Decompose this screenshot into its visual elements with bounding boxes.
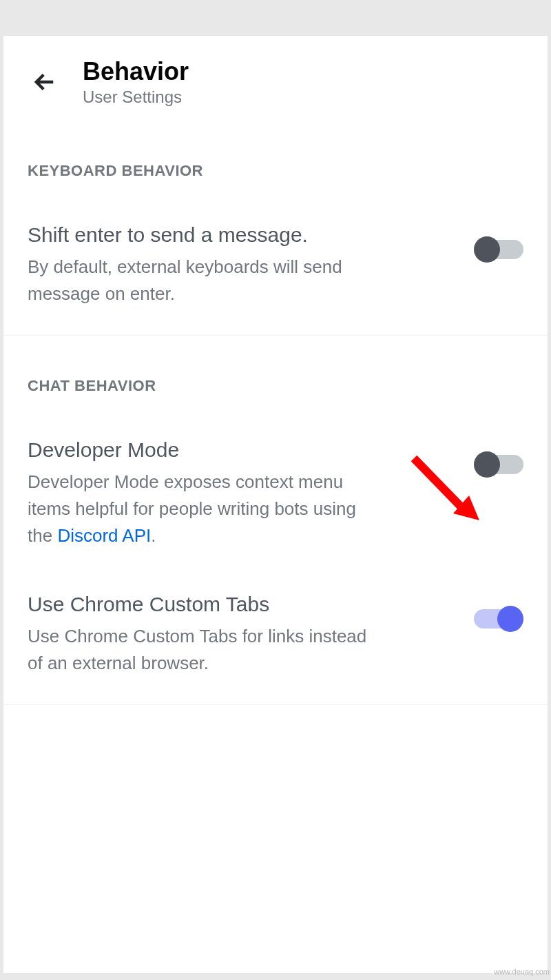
toggle-thumb: [474, 236, 500, 263]
setting-text: Developer Mode Developer Mode exposes co…: [28, 436, 386, 549]
page-subtitle: User Settings: [83, 88, 189, 107]
developer-mode-setting: Developer Mode Developer Mode exposes co…: [28, 416, 523, 570]
watermark: www.deuaq.com: [494, 968, 550, 976]
setting-description: Developer Mode exposes context menu item…: [28, 469, 386, 549]
chrome-tabs-toggle[interactable]: [474, 606, 523, 632]
toggle-thumb: [474, 451, 500, 478]
setting-text: Use Chrome Custom Tabs Use Chrome Custom…: [28, 591, 386, 677]
keyboard-behavior-section: KEYBOARD BEHAVIOR Shift enter to send a …: [3, 121, 548, 328]
shift-enter-setting: Shift enter to send a message. By defaul…: [28, 201, 523, 328]
section-heading: KEYBOARD BEHAVIOR: [28, 121, 523, 201]
toggle-thumb: [497, 606, 523, 632]
page-header: Behavior User Settings: [3, 36, 548, 121]
shift-enter-toggle[interactable]: [474, 236, 523, 263]
setting-title: Shift enter to send a message.: [28, 221, 386, 248]
arrow-left-icon: [30, 68, 59, 96]
setting-description: Use Chrome Custom Tabs for links instead…: [28, 623, 386, 677]
section-heading: CHAT BEHAVIOR: [28, 336, 523, 416]
description-text-post: .: [151, 525, 156, 546]
chat-behavior-section: CHAT BEHAVIOR Developer Mode Developer M…: [3, 336, 548, 697]
back-button[interactable]: [28, 65, 62, 99]
settings-page: Behavior User Settings KEYBOARD BEHAVIOR…: [3, 36, 548, 973]
title-block: Behavior User Settings: [83, 57, 189, 107]
page-title: Behavior: [83, 57, 189, 86]
chrome-tabs-setting: Use Chrome Custom Tabs Use Chrome Custom…: [28, 570, 523, 697]
setting-title: Use Chrome Custom Tabs: [28, 591, 386, 617]
setting-text: Shift enter to send a message. By defaul…: [28, 221, 386, 307]
setting-title: Developer Mode: [28, 436, 386, 463]
developer-mode-toggle[interactable]: [474, 451, 523, 478]
discord-api-link[interactable]: Discord API: [57, 525, 151, 546]
divider: [3, 704, 548, 705]
setting-description: By default, external keyboards will send…: [28, 254, 386, 307]
